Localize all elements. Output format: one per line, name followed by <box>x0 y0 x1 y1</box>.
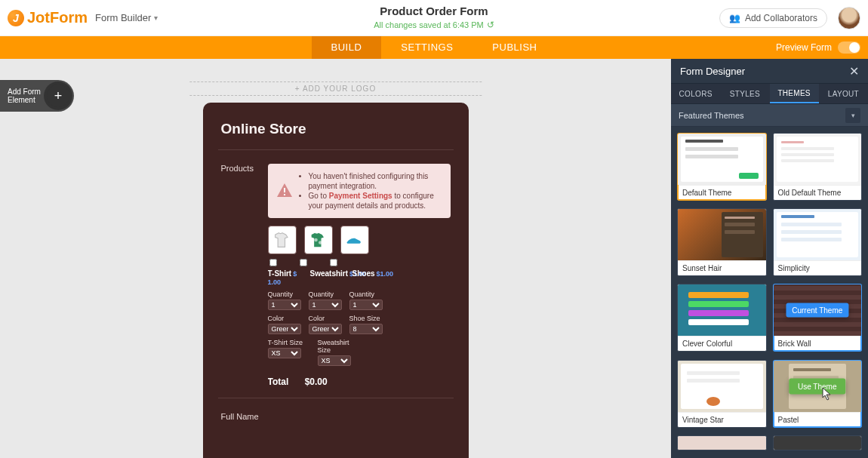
form-preview: Online Store Products You haven't finish… <box>203 103 469 458</box>
color-col-2: ColorGreen <box>309 315 342 334</box>
qty-col-1: Quantity1 <box>268 290 301 310</box>
product-menu[interactable]: Form Builder ▾ <box>95 12 158 23</box>
color-select-2[interactable]: Green <box>309 324 342 334</box>
qty-col-3: Quantity1 <box>349 290 383 310</box>
theme-label: Pastel <box>774 412 862 427</box>
tab-publish[interactable]: PUBLISH <box>472 36 556 59</box>
thumb-shoes[interactable] <box>340 226 369 254</box>
color-label-1: Color <box>268 315 285 322</box>
theme-label: Vintage Star <box>678 412 766 427</box>
theme-label: Clever Colorful <box>678 336 766 351</box>
tshirt-size-select[interactable]: XS <box>268 348 301 358</box>
theme-card-default[interactable]: Default Theme <box>677 133 767 201</box>
product-menu-label: Form Builder <box>95 12 151 23</box>
qty-label-2: Quantity <box>309 290 334 298</box>
svg-rect-0 <box>284 188 285 192</box>
name-shoes: Shoes$1.00 <box>352 269 387 286</box>
opts-row-qty: Quantity1 Quantity1 Quantity1 <box>268 290 451 310</box>
qty-col-2: Quantity1 <box>309 290 342 310</box>
warning-icon <box>275 182 294 200</box>
tshirt-icon <box>272 229 293 251</box>
panel-tabs: COLORS STYLES THEMES LAYOUT <box>671 83 868 104</box>
check-tshirt[interactable] <box>269 259 277 266</box>
total-label: Total <box>268 377 289 387</box>
theme-label: Old Default Theme <box>774 185 862 200</box>
theme-preview <box>774 134 862 185</box>
products-label: Products <box>221 164 268 173</box>
theme-preview: Current Theme <box>774 284 862 336</box>
featured-themes-bar[interactable]: Featured Themes ▾ <box>671 104 868 127</box>
sweat-size-select[interactable]: XS <box>318 355 351 366</box>
brand-icon: J <box>8 10 24 26</box>
theme-preview <box>678 284 766 336</box>
qty-select-1[interactable]: 1 <box>268 300 301 310</box>
plus-icon: + <box>47 85 69 107</box>
theme-label: Simplicity <box>774 260 862 275</box>
theme-card-simplicity[interactable]: Simplicity <box>773 208 863 276</box>
panel-tab-layout[interactable]: LAYOUT <box>819 84 868 103</box>
total-value: $0.00 <box>305 377 328 387</box>
add-element-label-l2: Element <box>8 96 41 104</box>
theme-card-brick-wall[interactable]: Current Theme Brick Wall <box>773 284 863 352</box>
qty-label-3: Quantity <box>349 290 375 298</box>
shoesize-select[interactable]: 8 <box>349 324 383 334</box>
theme-card-pastel[interactable]: Use Theme Pastel <box>773 360 863 428</box>
opts-row-size: T-Shirt SizeXS Sweatshirt SizeXS <box>268 339 451 366</box>
thumb-sweatshirt[interactable] <box>304 226 333 254</box>
theme-card-old-default[interactable]: Old Default Theme <box>773 133 863 201</box>
add-form-element-button[interactable]: Add Form Element + <box>0 80 74 112</box>
add-element-label: Add Form Element <box>8 88 41 104</box>
name-tshirt: T-Shirt$ 1.00 <box>268 269 303 286</box>
panel-tab-themes[interactable]: THEMES <box>770 84 819 103</box>
color-label-2: Color <box>309 315 325 322</box>
form-title[interactable]: Online Store <box>221 121 451 137</box>
product-thumbs <box>268 226 451 254</box>
theme-card-more[interactable] <box>773 435 863 450</box>
close-icon[interactable]: ✕ <box>849 64 859 78</box>
use-theme-button[interactable]: Use Theme <box>789 378 846 394</box>
theme-preview: Use Theme <box>774 361 862 412</box>
theme-card-clever-colorful[interactable]: Clever Colorful <box>677 284 767 352</box>
chevron-down-icon[interactable]: ▾ <box>845 108 860 123</box>
check-sweatshirt[interactable] <box>300 259 307 266</box>
main-tabs: BUILD SETTINGS PUBLISH Preview Form <box>0 36 868 59</box>
payment-warning: You haven't finished configuring this pa… <box>268 164 451 218</box>
autosave-text: All changes saved at 6:43 PM <box>374 20 484 29</box>
brand-logo[interactable]: J JotForm <box>8 9 88 26</box>
theme-preview <box>678 361 766 412</box>
payment-settings-link[interactable]: Payment Settings <box>329 192 392 200</box>
tab-settings[interactable]: SETTINGS <box>381 36 472 59</box>
panel-tab-colors[interactable]: COLORS <box>671 84 720 103</box>
theme-label: Sunset Hair <box>678 260 766 275</box>
divider <box>218 398 454 398</box>
panel-tab-styles[interactable]: STYLES <box>720 84 769 103</box>
theme-preview <box>774 436 862 450</box>
add-logo-dropzone[interactable]: + ADD YOUR LOGO <box>189 81 482 96</box>
fullname-label[interactable]: Full Name <box>221 412 451 421</box>
refresh-icon: ↻ <box>487 20 494 30</box>
theme-card-vintage-star[interactable]: Vintage Star <box>677 360 767 428</box>
qty-select-3[interactable]: 1 <box>349 300 383 310</box>
theme-card-more[interactable] <box>677 435 767 450</box>
add-collaborators-button[interactable]: 👥 Add Collaborators <box>719 8 827 28</box>
avatar[interactable] <box>838 7 860 29</box>
shoesize-col: Shoe Size8 <box>349 315 383 334</box>
tshirt-size-col: T-Shirt SizeXS <box>268 339 310 366</box>
products-section[interactable]: Products You haven't finished configurin… <box>221 164 451 387</box>
check-shoes[interactable] <box>330 259 337 266</box>
tshirt-text: T-Shirt <box>268 269 292 278</box>
preview-toggle[interactable] <box>838 41 860 54</box>
theme-preview <box>678 436 766 450</box>
qty-select-2[interactable]: 1 <box>309 300 342 310</box>
tab-build[interactable]: BUILD <box>312 36 382 59</box>
add-collaborators-label: Add Collaborators <box>745 13 817 23</box>
thumb-tshirt[interactable] <box>268 226 297 254</box>
form-designer-panel: Form Designer ✕ COLORS STYLES THEMES LAY… <box>671 59 868 458</box>
topbar: J JotForm Form Builder ▾ Product Order F… <box>0 0 868 36</box>
chevron-down-icon: ▾ <box>154 14 158 22</box>
shoes-price: $1.00 <box>377 270 394 278</box>
svg-rect-1 <box>284 194 285 195</box>
people-icon: 👥 <box>729 13 740 23</box>
color-select-1[interactable]: Green <box>268 324 301 334</box>
theme-card-sunset-hair[interactable]: Sunset Hair <box>677 208 767 276</box>
